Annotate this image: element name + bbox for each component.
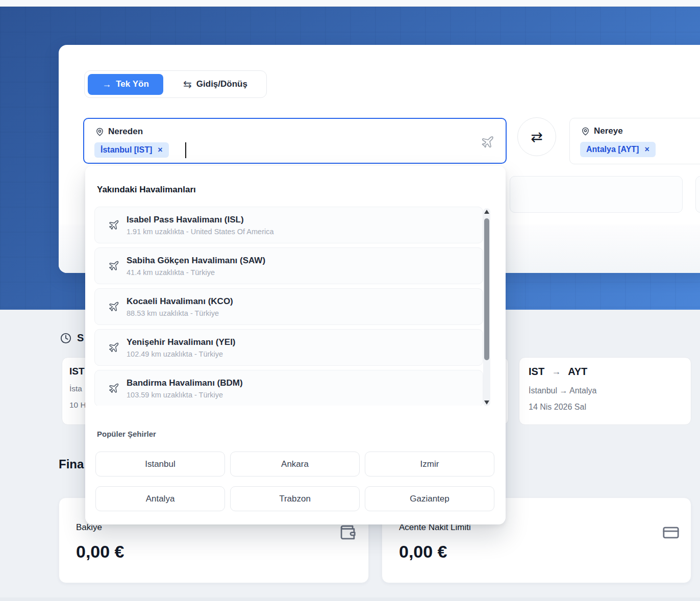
destination-chip-label: Antalya [AYT] [586, 145, 639, 154]
balance-value: 0,00 € [76, 542, 124, 562]
popular-cities-grid: Istanbul Ankara Izmir Antalya Trabzon Ga… [95, 452, 494, 511]
tab-one-way[interactable]: → Tek Yön [88, 74, 163, 95]
airport-name: Yenişehir Havalimanı (YEI) [127, 337, 236, 347]
destination-chip[interactable]: Antalya [AYT] × [580, 142, 656, 157]
page: → Tek Yön ⇆ Gidiş/Dönüş Nereden İstanbul… [0, 0, 700, 601]
airport-name: Isabel Pass Havalimanı (ISL) [127, 215, 274, 225]
airport-distance: 41.4 km uzaklıkta - Türkiye [127, 268, 265, 277]
origin-chip[interactable]: İstanbul [IST] × [94, 142, 169, 158]
secondary-field-sliver[interactable] [695, 176, 700, 213]
airport-distance: 1.91 km uzaklıkta - United States Of Ame… [127, 228, 274, 236]
scrollbar-up-arrow-icon[interactable] [484, 210, 489, 214]
tab-round-trip-label: Gidiş/Dönüş [196, 79, 247, 89]
recent-from-code: IST [529, 366, 544, 378]
bottom-divider [0, 597, 700, 601]
date-field[interactable] [510, 176, 683, 213]
swap-arrows-icon: ⇄ [531, 129, 542, 145]
recent-search-card[interactable]: IST → AYT İstanbul → Antalya 14 Nis 2026… [519, 357, 691, 425]
plane-icon [481, 135, 494, 149]
origin-label-row: Nereden [95, 127, 143, 137]
destination-chip-close-icon[interactable]: × [644, 145, 649, 154]
plane-icon [108, 342, 119, 353]
nearby-airports-title: Yakındaki Havalimanları [97, 185, 196, 195]
finance-section-heading: Fina [59, 457, 84, 471]
airport-suggestions-dropdown: Yakındaki Havalimanları Isabel Pass Hava… [85, 166, 506, 524]
airport-name: Kocaeli Havalimanı (KCO) [127, 296, 233, 307]
city-button-trabzon[interactable]: Trabzon [230, 486, 360, 511]
text-cursor [185, 142, 186, 158]
recent-card-route: İsta [69, 384, 82, 393]
airport-name: Sabiha Gökçen Havalimanı (SAW) [127, 256, 265, 266]
recent-card-codes: IST → AYT [529, 366, 587, 378]
city-button-istanbul[interactable]: Istanbul [95, 452, 225, 477]
recent-to-code: AYT [568, 366, 587, 378]
airport-distance: 88.53 km uzaklıkta - Türkiye [127, 309, 233, 317]
origin-field[interactable]: Nereden İstanbul [IST] × [83, 118, 507, 164]
round-trip-arrows-icon: ⇆ [183, 78, 192, 90]
tab-round-trip[interactable]: ⇆ Gidiş/Dönüş [167, 74, 263, 95]
swap-origin-destination-button[interactable]: ⇄ [517, 117, 556, 156]
recent-card-date: 10 H [69, 400, 86, 410]
one-way-arrow-icon: → [102, 79, 111, 90]
map-pin-icon [581, 127, 590, 136]
origin-chip-label: İstanbul [IST] [101, 145, 152, 155]
airport-option[interactable]: Yenişehir Havalimanı (YEI) 102.49 km uza… [94, 329, 483, 366]
destination-label-row: Nereye [581, 126, 623, 136]
city-button-ankara[interactable]: Ankara [230, 452, 360, 477]
airport-distance: 103.59 km uzaklıkta - Türkiye [127, 391, 243, 399]
route-arrow-icon: → [552, 366, 561, 377]
cash-limit-value: 0,00 € [399, 542, 447, 562]
tab-one-way-label: Tek Yön [116, 79, 149, 89]
plane-icon [108, 383, 119, 394]
clock-icon [60, 333, 71, 344]
scrollbar-down-arrow-icon[interactable] [484, 400, 489, 405]
plane-icon [108, 219, 119, 231]
browser-top-bar [0, 0, 700, 7]
origin-chip-close-icon[interactable]: × [158, 145, 162, 155]
origin-label: Nereden [108, 127, 143, 137]
credit-card-icon [662, 524, 680, 541]
recent-card-date: 14 Nis 2026 Sal [529, 403, 586, 412]
city-button-gaziantep[interactable]: Gaziantep [365, 486, 494, 511]
scrollbar-thumb[interactable] [484, 218, 489, 360]
airport-option[interactable]: Kocaeli Havalimanı (KCO) 88.53 km uzaklı… [94, 288, 483, 325]
recent-searches-heading-text: S [77, 332, 84, 344]
map-pin-icon [95, 128, 104, 136]
destination-field[interactable]: Nereye Antalya [AYT] × [569, 118, 700, 164]
popular-cities-title: Popüler Şehirler [97, 430, 156, 438]
destination-label: Nereye [594, 126, 623, 136]
wallet-icon [339, 524, 356, 541]
airport-option[interactable]: Isabel Pass Havalimanı (ISL) 1.91 km uza… [94, 207, 483, 243]
airport-option[interactable]: Bandirma Havalimanı (BDM) 103.59 km uzak… [94, 370, 483, 406]
recent-card-route: İstanbul → Antalya [529, 386, 596, 395]
recent-card-codes: IST [69, 366, 85, 377]
city-button-izmir[interactable]: Izmir [365, 452, 494, 477]
airport-list: Isabel Pass Havalimanı (ISL) 1.91 km uza… [94, 207, 483, 406]
plane-icon [108, 301, 119, 312]
list-scrollbar[interactable] [483, 208, 490, 406]
airport-option[interactable]: Sabiha Gökçen Havalimanı (SAW) 41.4 km u… [94, 247, 483, 284]
recent-searches-heading: S [60, 332, 84, 344]
plane-icon [108, 260, 119, 271]
trip-type-tabs: → Tek Yön ⇆ Gidiş/Dönüş [84, 70, 267, 98]
city-button-antalya[interactable]: Antalya [95, 486, 225, 511]
airport-name: Bandirma Havalimanı (BDM) [127, 378, 243, 388]
airport-distance: 102.49 km uzaklıkta - Türkiye [127, 350, 236, 358]
